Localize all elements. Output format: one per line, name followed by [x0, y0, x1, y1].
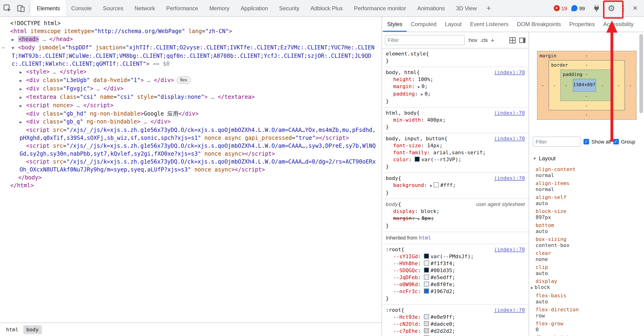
- dom-token[interactable]: …: [50, 69, 60, 75]
- dom-token[interactable]: class: [40, 110, 60, 117]
- rule-selector[interactable]: html, body: [386, 109, 416, 116]
- dom-token[interactable]: </html>: [10, 182, 34, 189]
- border-bottom-value[interactable]: -: [585, 103, 588, 108]
- dom-token[interactable]: "gb_q": [63, 118, 83, 125]
- color-swatch[interactable]: [424, 321, 429, 326]
- dom-token[interactable]: <script: [26, 158, 50, 165]
- computed-property[interactable]: flex-shrink: [536, 334, 640, 336]
- dom-token[interactable]: data-hveid: [90, 77, 127, 83]
- tab-performance[interactable]: Performance: [160, 0, 204, 16]
- expand-shorthand-icon[interactable]: ▶: [418, 83, 420, 90]
- tab-elements[interactable]: Elements: [31, 0, 66, 16]
- tab-performance-monitor[interactable]: Performance monitor: [348, 0, 412, 16]
- tab-adblock-plus[interactable]: Adblock Plus: [305, 0, 348, 16]
- computed-property[interactable]: flex-grow0: [536, 321, 640, 333]
- sidebar-tab-dom-breakpoints[interactable]: DOM Breakpoints: [513, 17, 565, 32]
- rule-selector[interactable]: body: [386, 201, 398, 208]
- color-swatch[interactable]: [424, 274, 429, 280]
- tab-3d-view[interactable]: 3D View: [450, 0, 482, 16]
- margin-top-value[interactable]: -: [585, 53, 588, 58]
- expand-shorthand-icon[interactable]: ▶: [430, 182, 432, 189]
- dom-token[interactable]: </script>: [245, 150, 275, 157]
- sidebar-tab-event-listeners[interactable]: Event Listeners: [466, 17, 512, 32]
- css-declaration[interactable]: --j9YGEd: #edf1f9;: [386, 334, 525, 336]
- dom-token[interactable]: "/xjs/_/js/k=xjs.s.zh.g1e56x73yDQ.O/ck=x…: [20, 143, 376, 157]
- dom-tree-line[interactable]: <!DOCTYPE html>: [2, 20, 378, 28]
- sidebar-tab-styles[interactable]: Styles: [383, 17, 406, 32]
- box-model-content[interactable]: 1384×897: [572, 79, 596, 92]
- color-swatch[interactable]: [424, 335, 429, 336]
- computed-property[interactable]: bottomauto: [536, 222, 640, 234]
- dom-tree-line[interactable]: <script src="/xjs/_/js/k=xjs.s.zh.g1e56x…: [2, 142, 378, 158]
- dom-token[interactable]: =: [63, 158, 66, 165]
- dom-token[interactable]: name: [97, 94, 114, 100]
- color-swatch[interactable]: [415, 156, 420, 162]
- dom-token[interactable]: </div>: [150, 118, 171, 125]
- dom-token[interactable]: =: [154, 94, 157, 100]
- dom-tree-line[interactable]: ▶<textarea class="csi" name="csi" style=…: [2, 93, 378, 102]
- rule-selector[interactable]: :root: [386, 307, 401, 314]
- dom-token[interactable]: <body: [18, 44, 35, 51]
- dom-token[interactable]: <script: [26, 143, 50, 149]
- dom-token[interactable]: Google 应用: [144, 110, 178, 117]
- dom-tree-line[interactable]: </body>: [2, 174, 378, 182]
- stylesheet-link[interactable]: (index):70: [490, 109, 525, 116]
- dom-token[interactable]: style: [134, 94, 154, 100]
- box-model-margin[interactable]: margin - - border -: [537, 51, 636, 120]
- dom-tree-line[interactable]: <script src="/xjs/_/js/k=xjs.s.zh.g1e56x…: [2, 158, 378, 174]
- dom-token[interactable]: ng-non-bindable: [83, 118, 137, 125]
- dom-token[interactable]: =: [60, 110, 63, 117]
- dom-tree-line[interactable]: ▶<script nonce> … </script>: [2, 102, 378, 110]
- stylesheet-link[interactable]: (index):70: [490, 135, 525, 142]
- dom-token[interactable]: …: [208, 94, 218, 100]
- dom-token[interactable]: =: [63, 127, 66, 133]
- dom-token[interactable]: itemscope: [27, 28, 61, 35]
- css-declaration[interactable]: min-width: 400px;: [386, 116, 525, 123]
- tab-memory[interactable]: Memory: [204, 0, 235, 16]
- css-declaration[interactable]: background: ▶#fff;: [386, 182, 525, 189]
- expand-icon[interactable]: ▶: [531, 285, 533, 291]
- rule-selector[interactable]: body, html: [386, 69, 416, 76]
- dom-token[interactable]: </script>: [319, 135, 349, 141]
- scrollbar-thumb[interactable]: [639, 34, 643, 113]
- dom-token[interactable]: <script: [26, 127, 50, 133]
- dom-token[interactable]: =: [202, 28, 205, 35]
- rule-selector[interactable]: element.style: [386, 50, 426, 57]
- dom-token[interactable]: "http://schema.org/WebPage": [94, 28, 185, 35]
- computed-property[interactable]: clipauto: [536, 264, 640, 276]
- dom-token[interactable]: …: [39, 36, 49, 42]
- tab-sources[interactable]: Sources: [97, 0, 129, 16]
- expand-icon[interactable]: ▶: [20, 94, 26, 102]
- expand-icon[interactable]: ▶: [20, 77, 26, 85]
- console-errors-badge[interactable]: ✕ 19: [554, 5, 567, 11]
- rule-selector[interactable]: body, input, button: [386, 135, 444, 142]
- more-actions-icon[interactable]: ⋯: [2, 44, 4, 52]
- computed-property[interactable]: display▶block: [536, 278, 640, 291]
- dom-tree-line[interactable]: ▶<style> … </style>: [2, 68, 378, 76]
- dom-token[interactable]: =: [76, 94, 80, 100]
- dom-token[interactable]: =: [60, 85, 63, 92]
- computed-property[interactable]: align-itemsnormal: [536, 180, 640, 193]
- computed-property[interactable]: flex-basisauto: [536, 293, 640, 305]
- extension-icon[interactable]: [590, 2, 602, 14]
- dom-tree-line[interactable]: <div class="gb_hd" ng-non-bindable>Googl…: [2, 110, 378, 118]
- dom-token[interactable]: >: [231, 166, 234, 173]
- dom-token[interactable]: =: [292, 135, 295, 141]
- breadcrumb-html[interactable]: html: [3, 325, 22, 334]
- dom-token[interactable]: ng-non-bindable: [86, 110, 140, 117]
- new-style-rule-button[interactable]: +: [491, 36, 495, 44]
- css-declaration[interactable]: font-size: 14px;: [386, 142, 525, 149]
- device-toolbar-icon[interactable]: [15, 2, 27, 14]
- css-declaration[interactable]: margin: ▶0;: [386, 83, 525, 90]
- dom-token[interactable]: src: [50, 127, 63, 133]
- element-classes-button[interactable]: .cls: [480, 37, 488, 43]
- computed-filter-input[interactable]: [533, 136, 581, 147]
- css-declaration[interactable]: --cN2Old: #dadce0;: [386, 321, 525, 327]
- dom-token[interactable]: =: [91, 28, 94, 35]
- dom-token[interactable]: </div>: [178, 110, 199, 117]
- dom-token[interactable]: == $0: [149, 61, 170, 67]
- color-swatch[interactable]: [424, 314, 429, 319]
- padding-top-value[interactable]: -: [585, 72, 588, 77]
- sidebar-layout-icon[interactable]: [519, 37, 526, 44]
- stylesheet-link[interactable]: (index):70: [490, 307, 525, 314]
